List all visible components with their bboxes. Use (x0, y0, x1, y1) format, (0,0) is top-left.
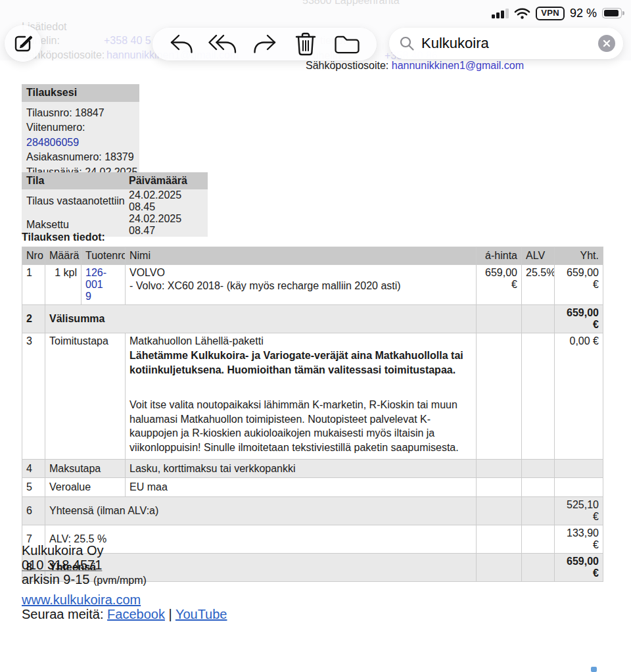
order-summary-box: Tilauksesi Tilausnro: 18847 Viitenumero:… (22, 84, 139, 185)
table-row-shipping: 3 Toimitustapa Matkahuollon Lähellä-pake… (22, 333, 603, 460)
cell-nro: 5 (22, 478, 45, 497)
company-name: Kulkukoira Oy (22, 543, 227, 558)
reply-button[interactable] (166, 30, 198, 59)
col-nro: Nro (22, 247, 45, 265)
cell-label: Maksutapa (45, 460, 126, 478)
cell-nro: 6 (22, 497, 45, 525)
cell-nro: 3 (22, 333, 45, 460)
cell-alv (522, 478, 555, 497)
cell-hinta (477, 478, 522, 497)
cell-value: EU maa (126, 478, 477, 497)
cell-hinta (477, 497, 522, 525)
status-bar: VPN 92 % (492, 5, 622, 21)
forward-button[interactable] (248, 30, 280, 59)
col-hinta: á-hinta (477, 247, 522, 265)
cell-tuotenro: 126-001 9 (82, 265, 126, 305)
cell-maara: 1 kpl (45, 265, 82, 305)
cell-nro: 1 (22, 265, 45, 305)
follow-label: Seuraa meitä: (22, 607, 104, 621)
table-row-subtotal: 2 Välisumma 659,00 € (22, 305, 603, 333)
shipping-notice-bold: Lähetämme Kulkukoira- ja Variogate-veräj… (129, 348, 466, 377)
email-signature: Kulkukoira Oy 010 318 4571 arkisin 9-15 … (22, 543, 227, 621)
mail-toolbar (152, 28, 377, 60)
order-number-row: Tilausnro: 18847 (26, 106, 139, 120)
cell-hinta (477, 333, 522, 460)
order-details-title: Tilauksen tiedot: (22, 231, 105, 243)
order-number-label: Tilausnro: (26, 107, 72, 118)
table-header-row: Nro Määrä Tuotenro Nimi á-hinta ALV Yht. (22, 247, 603, 265)
clear-icon (602, 39, 611, 48)
cell-alv (522, 554, 555, 582)
mail-app-screen: 53800 Lappeenranta Lisätiedot Puhelin: +… (0, 0, 631, 672)
cell-label: Toimitustapa (45, 333, 126, 460)
clear-search-button[interactable] (598, 35, 615, 52)
phone-link[interactable]: 010 318 4571 (22, 558, 102, 572)
cell-label: Yhteensä (ilman ALV:a) (45, 497, 477, 525)
opening-hours: arkisin 9-15 (22, 572, 89, 587)
date-col-header: Päivämäärä (129, 172, 208, 189)
col-tuotenro: Tuotenro (82, 247, 126, 265)
compose-button[interactable] (5, 25, 41, 62)
recipient-email-row: Sähköpostiosoite: hannunikkinen1@gmail.c… (306, 60, 524, 72)
shipping-info: Voit itse valita noutopaikaksi lähimmän … (129, 398, 472, 454)
cell-alv (522, 305, 555, 333)
cell-yht: 659,00 € (555, 265, 603, 305)
cell-hinta (477, 305, 522, 333)
cell-hinta (477, 554, 522, 582)
youtube-link[interactable]: YouTube (175, 607, 227, 621)
product-name: VOLVO (129, 267, 472, 279)
partial-scrolled-element (591, 667, 597, 672)
battery-percent: 92 % (570, 7, 597, 20)
cell-hinta (477, 525, 522, 554)
website-link[interactable]: www.kulkukoira.com (22, 592, 141, 607)
reply-all-icon (208, 33, 239, 55)
order-status-table: Tila Päivämäärä Tilaus vastaanotettiin 2… (22, 172, 208, 237)
cell-label: Välisumma (45, 305, 477, 333)
cell-alv (522, 497, 555, 525)
wifi-icon (514, 7, 530, 20)
cell-label: Veroalue (45, 478, 126, 497)
cell-alv (522, 525, 555, 554)
trash-icon (295, 32, 316, 57)
reference-number-label: Viitenumero: (26, 122, 85, 133)
compose-icon (12, 33, 34, 54)
table-row-total-ex-vat: 6 Yhteensä (ilman ALV:a) 525,10 € (22, 497, 603, 525)
folder-icon (333, 34, 361, 55)
cell-yht: 659,00 € (555, 554, 603, 582)
customer-number-value: 18379 (105, 151, 134, 162)
reference-number-link[interactable]: 284806059 (26, 137, 79, 148)
battery-icon (602, 8, 622, 18)
vpn-badge: VPN (536, 7, 565, 20)
shipping-method: Matkahuollon Lähellä-paketti (129, 335, 472, 347)
order-number-value: 18847 (75, 107, 105, 118)
email-address-link[interactable]: hannunikkinen1@gmail.com (392, 60, 524, 71)
facebook-link[interactable]: Facebook (107, 607, 165, 621)
date-cell: 24.02.2025 08.45 (129, 189, 208, 213)
move-to-folder-button[interactable] (331, 30, 363, 59)
cell-alv: 25.5% (522, 265, 555, 305)
col-maara: Määrä (45, 247, 82, 265)
forward-icon (251, 33, 277, 55)
trash-button[interactable] (290, 30, 321, 59)
table-row-taxzone: 5 Veroalue EU maa (22, 478, 603, 497)
cell-alv (522, 333, 555, 460)
separator: | (168, 607, 172, 621)
cell-yht: 0,00 € (555, 333, 603, 460)
customer-number-label: Asiakasnumero: (26, 151, 102, 162)
search-field[interactable]: Kulkukoira (389, 28, 623, 59)
cell-hinta (477, 460, 522, 478)
order-box-title: Tilauksesi (22, 84, 139, 102)
cell-hinta: 659,00 € (477, 265, 522, 305)
col-alv: ALV (522, 247, 555, 265)
search-input[interactable]: Kulkukoira (421, 35, 598, 52)
table-row: Tilaus vastaanotettiin 24.02.2025 08.45 (22, 189, 208, 213)
order-details-table: Nro Määrä Tuotenro Nimi á-hinta ALV Yht.… (22, 247, 603, 582)
product-code-link[interactable]: 126-001 9 (85, 267, 121, 302)
cell-nro: 4 (22, 460, 45, 478)
cell-yht (555, 460, 603, 478)
reply-all-button[interactable] (208, 30, 239, 59)
cell-nro: 2 (22, 305, 45, 333)
product-code-line1: 126-001 (85, 267, 121, 291)
reference-number-row: Viitenumero: 284806059 (26, 120, 139, 150)
cell-alv (522, 460, 555, 478)
